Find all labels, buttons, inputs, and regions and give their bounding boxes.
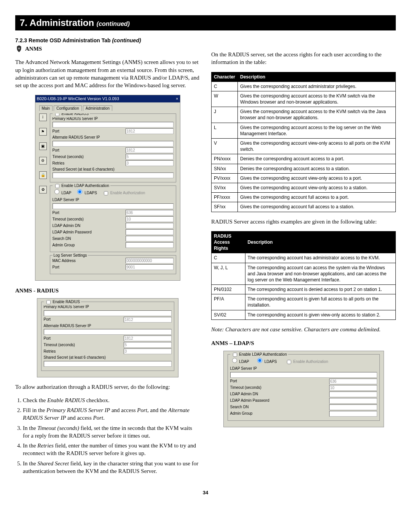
ldap-admin-group-label: Admin Group bbox=[53, 243, 126, 248]
ldap-search-dn-field-zoom[interactable] bbox=[329, 404, 377, 410]
ldaps-radio-zoom[interactable] bbox=[257, 358, 262, 363]
ldap-server-ip-field-zoom[interactable] bbox=[230, 372, 377, 378]
close-icon[interactable]: × bbox=[176, 96, 178, 102]
window-title: B020-U08-19-IP WinClient Version V1.0.09… bbox=[37, 96, 119, 102]
ldap-port-field-zoom[interactable] bbox=[329, 379, 377, 384]
secret-field[interactable] bbox=[53, 173, 174, 178]
radius-subhead: ANMS - RADIUS bbox=[15, 287, 200, 294]
alt-ip-field-zoom[interactable] bbox=[44, 329, 172, 335]
log-port-field[interactable] bbox=[126, 264, 174, 270]
timeout-field[interactable] bbox=[126, 154, 174, 160]
table-header: Description bbox=[238, 72, 396, 81]
retries-field[interactable] bbox=[126, 160, 174, 166]
sidebar: i ⚑ ▣ ⚙ 🔒 ✿ bbox=[39, 113, 48, 200]
lock-icon[interactable]: 🔒 bbox=[39, 171, 47, 179]
note-text: Note: Characters are not case sensitive.… bbox=[211, 326, 396, 333]
enable-radius-label-zoom: Enable RADIUS bbox=[53, 300, 80, 304]
alt-port-label: Port bbox=[53, 148, 126, 153]
table-cell: SF/xx bbox=[212, 202, 238, 212]
step-item: In the Shared Secret field, key in the c… bbox=[23, 460, 200, 475]
port-label: Port bbox=[53, 129, 126, 134]
ldap-search-dn-field[interactable] bbox=[126, 236, 174, 241]
retries-field-zoom[interactable] bbox=[124, 348, 172, 354]
enable-auth-checkbox[interactable] bbox=[104, 191, 108, 195]
ldap-timeout-label-zoom: Timeout (seconds) bbox=[230, 385, 329, 390]
ldap-admin-dn-field-zoom[interactable] bbox=[329, 391, 377, 397]
log-port-label: Port bbox=[53, 265, 126, 270]
right-lead: On the RADIUS server, set the access rig… bbox=[211, 51, 396, 66]
table-row: WGives the corresponding account access … bbox=[212, 91, 396, 107]
alt-port-field[interactable] bbox=[126, 147, 174, 153]
enable-ldap-checkbox[interactable] bbox=[55, 184, 59, 188]
radius-steps: Check the Enable RADIUS checkbox.Fill in… bbox=[15, 396, 200, 475]
primary-ip-field-zoom[interactable] bbox=[44, 310, 172, 316]
table-row: PF/AThe corresponding account is given f… bbox=[212, 294, 396, 310]
ldap-radio-zoom[interactable] bbox=[232, 358, 237, 363]
enable-radius-checkbox-zoom[interactable] bbox=[46, 300, 51, 304]
table-cell: Gives the corresponding account access t… bbox=[238, 123, 396, 138]
table-cell: L bbox=[212, 123, 238, 138]
ldap-timeout-label: Timeout (seconds) bbox=[53, 217, 126, 222]
table-row: PF/xxxxGives the corresponding account f… bbox=[212, 193, 396, 202]
table-cell: The corresponding account can access the… bbox=[245, 263, 395, 285]
enable-radius-checkbox[interactable] bbox=[55, 113, 59, 116]
gear-icon[interactable]: ✿ bbox=[39, 186, 47, 193]
timeout-field-zoom[interactable] bbox=[124, 342, 172, 348]
alt-port-field-zoom[interactable] bbox=[124, 335, 172, 341]
info-icon[interactable]: i bbox=[39, 113, 47, 121]
alt-ip-label-zoom: Alternate RADIUS Server IP bbox=[44, 323, 172, 329]
table-header: Character bbox=[212, 72, 238, 81]
table-cell: Denies the corresponding account access … bbox=[238, 164, 396, 173]
table-cell: W bbox=[212, 91, 238, 107]
tab-administration[interactable]: Administration bbox=[83, 105, 112, 111]
step-item: In the Timeout (seconds) field, set the … bbox=[23, 424, 200, 440]
table-row: PV/xxxxGives the corresponding account v… bbox=[212, 173, 396, 183]
ldap-admin-dn-field[interactable] bbox=[126, 223, 174, 228]
page-number: 34 bbox=[15, 490, 396, 495]
radius-fieldset: Enable RADIUS Primary RADIUS Server IP P… bbox=[50, 113, 176, 183]
primary-ip-field[interactable] bbox=[53, 122, 174, 128]
table-cell: C bbox=[212, 81, 238, 91]
character-table: CharacterDescriptionCGives the correspon… bbox=[211, 72, 396, 212]
ldap-server-ip-field[interactable] bbox=[53, 203, 174, 209]
log-mac-field[interactable] bbox=[126, 258, 174, 264]
ldap-radio[interactable] bbox=[54, 189, 59, 194]
alt-ip-label: Alternate RADIUS Server IP bbox=[53, 135, 174, 140]
enable-ldap-label: Enable LDAP Authentication bbox=[61, 184, 109, 188]
table-cell: C bbox=[212, 253, 245, 263]
table-cell: The corresponding account is denied acce… bbox=[245, 285, 395, 294]
tab-row: Main Configuration Administration bbox=[39, 105, 176, 111]
enable-ldap-checkbox-zoom[interactable] bbox=[233, 353, 237, 357]
retries-label-zoom: Retries bbox=[44, 349, 124, 354]
enable-auth-checkbox-zoom[interactable] bbox=[287, 360, 291, 364]
table-header: RADIUS Access Rights bbox=[212, 231, 245, 253]
ldap-admin-group-field[interactable] bbox=[126, 242, 174, 248]
table-cell: Gives the corresponding account access t… bbox=[238, 91, 396, 107]
ldaps-radio[interactable] bbox=[77, 189, 82, 194]
port-field-zoom[interactable] bbox=[124, 317, 172, 323]
tab-main[interactable]: Main bbox=[39, 105, 53, 111]
port-field[interactable] bbox=[126, 128, 174, 134]
ldap-admin-group-field-zoom[interactable] bbox=[329, 411, 377, 417]
users-icon[interactable]: ⚑ bbox=[39, 128, 47, 136]
tab-configuration[interactable]: Configuration bbox=[54, 105, 81, 111]
ldap-port-field[interactable] bbox=[126, 210, 174, 216]
ldaps-radio-label-zoom: LDAPS bbox=[264, 359, 277, 364]
alt-ip-field[interactable] bbox=[53, 141, 174, 147]
ldap-timeout-field[interactable] bbox=[126, 216, 174, 222]
table-row: SF/xxGives the corresponding account ful… bbox=[212, 202, 396, 212]
secret-field-zoom[interactable] bbox=[44, 361, 172, 367]
monitor-icon[interactable]: ▣ bbox=[39, 142, 47, 150]
ldap-admin-pw-field-zoom[interactable] bbox=[329, 398, 377, 404]
ldap-admin-dn-label-zoom: LDAP Admin DN bbox=[230, 391, 329, 397]
table-cell: SN/xx bbox=[212, 164, 238, 173]
alt-port-label-zoom: Port bbox=[44, 336, 124, 341]
ldap-admin-pw-field[interactable] bbox=[126, 229, 174, 235]
network-icon[interactable]: ⚙ bbox=[39, 157, 47, 165]
step-item: Fill in the Primary RADIUS Server IP and… bbox=[23, 406, 200, 422]
table-cell: SV/xx bbox=[212, 183, 238, 192]
table-cell: PV/xxxx bbox=[212, 173, 238, 183]
ldap-timeout-field-zoom[interactable] bbox=[329, 385, 377, 391]
ldap-radio-label-zoom: LDAP bbox=[239, 359, 249, 364]
svg-point-0 bbox=[18, 48, 20, 50]
